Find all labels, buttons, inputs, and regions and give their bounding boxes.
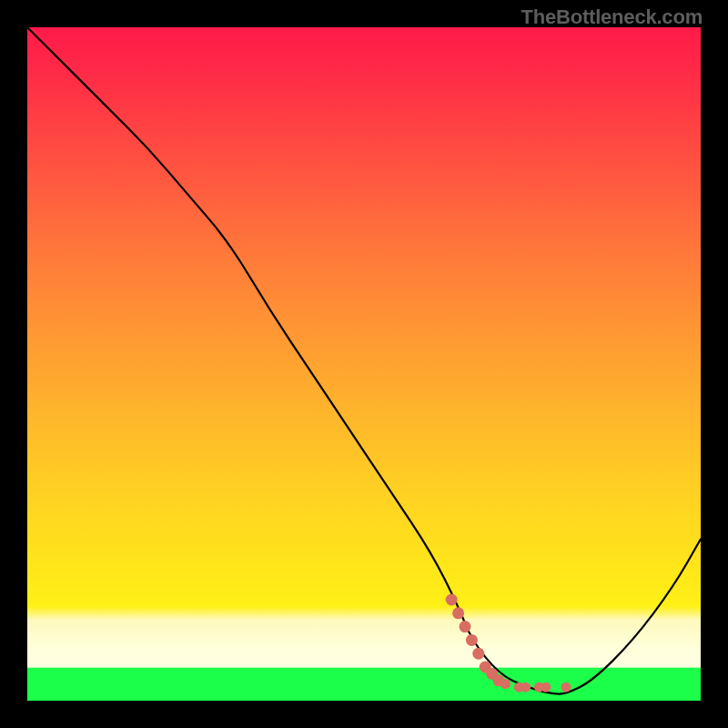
marker-dot [466,634,478,646]
chart-svg [27,27,701,701]
marker-dot [521,682,531,693]
marker-dot [472,648,484,660]
marker-dot [541,682,551,693]
watermark-text: TheBottleneck.com [521,5,703,29]
plot-area [27,27,701,701]
marker-dot [500,679,511,689]
chart-container: TheBottleneck.com [0,0,728,728]
marker-dot [446,594,458,606]
marker-dot [561,682,571,693]
bottleneck-curve [27,27,701,694]
marker-dot [460,621,471,632]
marker-dot [452,607,464,619]
